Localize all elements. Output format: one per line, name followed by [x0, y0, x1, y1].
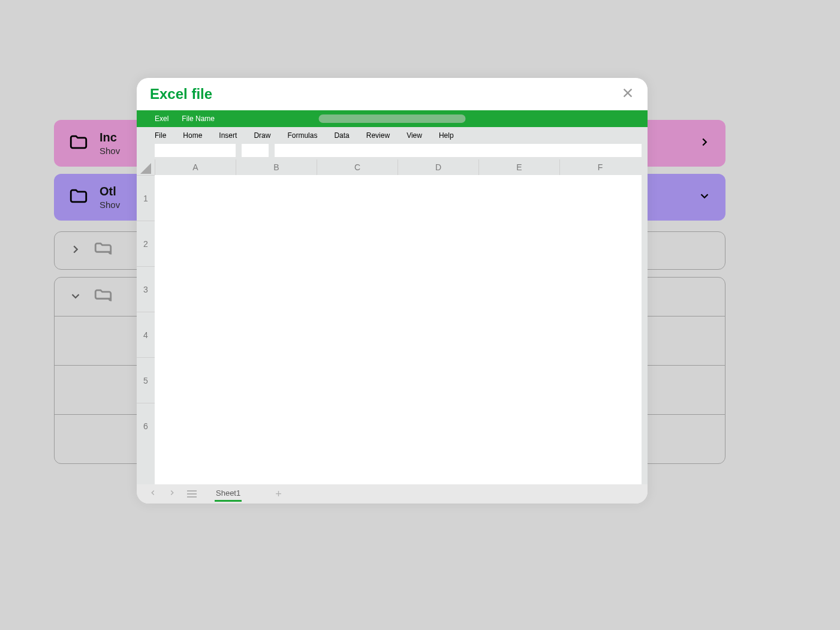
ribbon-tab-data[interactable]: Data — [334, 131, 349, 140]
ribbon-tab-file[interactable]: File — [155, 131, 166, 140]
col-header-f[interactable]: F — [559, 159, 640, 175]
folder-icon — [68, 186, 89, 209]
ribbon-tabs: File Home Insert Draw Formulas Data Revi… — [137, 127, 648, 144]
nav-prev-icon[interactable] — [149, 489, 157, 499]
row-header-2[interactable]: 2 — [137, 221, 155, 266]
row-header-4[interactable]: 4 — [137, 312, 155, 357]
chevron-down-icon[interactable] — [69, 290, 82, 305]
title-bar: Exel File Name — [137, 110, 648, 127]
formula-bar[interactable] — [275, 144, 642, 157]
ribbon-tab-insert[interactable]: Insert — [219, 131, 237, 140]
name-box[interactable] — [155, 144, 236, 157]
row-header-1[interactable]: 1 — [137, 175, 155, 221]
sheet-tab[interactable]: Sheet1 — [215, 486, 242, 502]
sheet-footer: Sheet1 + — [137, 484, 648, 504]
folder-icon — [68, 132, 89, 155]
all-sheets-icon[interactable] — [187, 490, 197, 498]
cells-grid[interactable] — [155, 175, 642, 484]
col-header-c[interactable]: C — [317, 159, 398, 175]
nav-next-icon[interactable] — [168, 489, 176, 499]
folder-icon — [93, 286, 113, 309]
fx-box[interactable] — [242, 144, 269, 157]
ribbon-tab-formulas[interactable]: Formulas — [287, 131, 317, 140]
card-title: Inc — [100, 131, 120, 144]
ribbon-tab-home[interactable]: Home — [183, 131, 202, 140]
excel-modal: Excel file Exel File Name File Home Inse… — [137, 78, 648, 504]
ribbon-tab-view[interactable]: View — [407, 131, 422, 140]
chevron-right-icon[interactable] — [698, 135, 711, 151]
card-title: Otl — [100, 185, 120, 198]
row-headers: 1 2 3 4 5 6 — [137, 175, 155, 484]
modal-header: Excel file — [137, 78, 648, 110]
row-header-6[interactable]: 6 — [137, 403, 155, 448]
formula-bar-row — [137, 144, 648, 159]
folder-icon — [93, 239, 113, 262]
add-sheet-button[interactable]: + — [275, 488, 282, 501]
ribbon-tab-review[interactable]: Review — [366, 131, 390, 140]
card-sub: Shov — [100, 200, 120, 210]
column-headers: A B C D E F — [155, 159, 642, 175]
col-header-b[interactable]: B — [236, 159, 317, 175]
chevron-right-icon[interactable] — [69, 243, 82, 258]
row-header-5[interactable]: 5 — [137, 357, 155, 403]
row-header-3[interactable]: 3 — [137, 266, 155, 312]
file-name[interactable]: File Name — [182, 114, 215, 123]
chevron-down-icon[interactable] — [698, 189, 711, 205]
search-pill[interactable] — [319, 114, 466, 123]
col-header-a[interactable]: A — [155, 159, 236, 175]
card-sub: Shov — [100, 146, 120, 156]
select-all-corner[interactable] — [140, 163, 151, 174]
close-icon[interactable] — [621, 86, 634, 102]
ribbon-tab-draw[interactable]: Draw — [254, 131, 270, 140]
col-header-e[interactable]: E — [478, 159, 559, 175]
ribbon-tab-help[interactable]: Help — [439, 131, 454, 140]
modal-title: Excel file — [150, 86, 212, 103]
col-header-d[interactable]: D — [398, 159, 478, 175]
sheet-area: A B C D E F 1 2 3 4 5 6 — [137, 159, 648, 484]
app-name: Exel — [155, 114, 168, 123]
